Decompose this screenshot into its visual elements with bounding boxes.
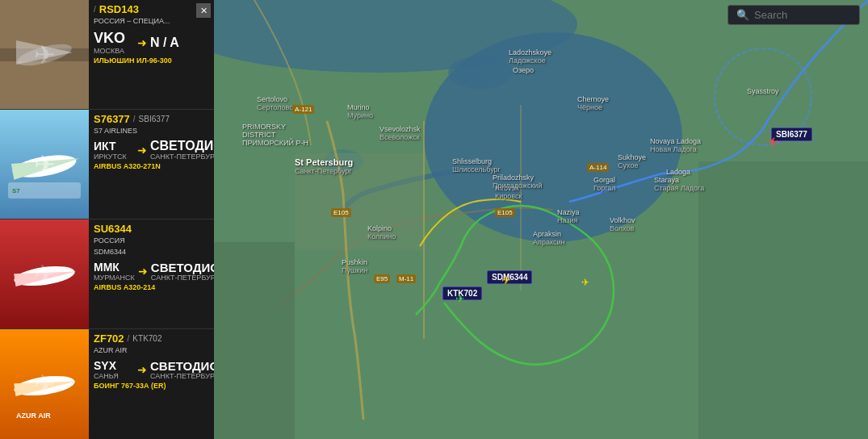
flight-number-3: SU6344 [94, 223, 132, 235]
city-label-volkhov-ru: Волхов [610, 224, 634, 232]
dest-name-2: САНКТ-ПЕТЕРБУРГ [150, 153, 214, 161]
flight-thumbnail-4: AZUR AIR [0, 329, 89, 439]
city-label-ladozhskoye: Ladozhskoye [509, 48, 551, 56]
flight-id-row-2: S76377 / SBI6377 [94, 113, 170, 125]
city-label-pushkin-ru: Пушкин [342, 266, 367, 274]
route-3: ММК МУРМАНСК ➜ СВЕТОДИОД САНКТ-ПЕТЕРБУРГ [94, 261, 214, 282]
flight-id-row-4: ZF702 / KTK702 [94, 332, 162, 345]
city-label-primorsky-ru: ПРИМОРСКИЙ Р-Н [242, 139, 308, 147]
city-label-chernoye: Chernoye [577, 95, 609, 103]
city-label-gorbal-ru: Горгал [593, 184, 616, 192]
flight-number-2: S76377 [94, 113, 130, 125]
aircraft-type-2: AIRBUS A320-271N [94, 162, 214, 170]
city-label-ladoga: Ladoga [666, 168, 690, 176]
svg-text:AZUR AIR: AZUR AIR [16, 412, 51, 420]
road-label-e105: E105 [331, 208, 351, 217]
close-button-1[interactable]: ✕ [196, 3, 211, 18]
city-label-pushkin: Pushkin [342, 258, 367, 266]
airline-name-4: AZUR AIR [94, 346, 162, 354]
city-label-gorbal: Gorgal [593, 176, 615, 184]
flight-thumbnail-2: S7 [0, 110, 89, 219]
flight-card-content-4: ✕ ZF702 / KTK702 AZUR AIR SYX САНЬЯ [89, 329, 214, 439]
dest-code-3: СВЕТОДИОД [151, 261, 214, 274]
city-label-sertolovo: Sertolovo [257, 95, 287, 103]
city-label-primorsky: PRIMORSKY [242, 123, 286, 131]
main-container: ✕ / RSD143 РОССИЯ – СПЕЦИА... VKO МОСКВА [0, 0, 868, 439]
svg-rect-9 [0, 220, 89, 329]
route-arrow-4: ➜ [137, 363, 147, 376]
search-icon: 🔍 [736, 9, 749, 21]
origin-code-1: VKO [94, 30, 134, 47]
origin-name-3: МУРМАНСК [94, 274, 135, 282]
city-label-staraya-ladoga: Staraya [654, 176, 679, 184]
svg-rect-22 [698, 161, 868, 439]
callsign-4: KTK702 [132, 334, 161, 343]
svg-text:S7: S7 [12, 187, 20, 194]
city-label-volkhov: Volkhov [610, 216, 635, 224]
svg-point-19 [448, 56, 513, 89]
search-input[interactable] [754, 9, 851, 21]
city-label-stpetersburg-ru: Санкт-Петербург [295, 167, 352, 175]
city-label-sukhoye-ru: Сухое [618, 161, 638, 169]
plane-marker-sdm6344: ✈ [501, 274, 511, 286]
flight-id-row-3: SU6344 [94, 223, 132, 235]
city-label-chernoye-ru: Чёрное [577, 103, 602, 111]
origin-name-4: САНЬЯ [94, 372, 134, 380]
city-label-ozero: Озеро [513, 66, 534, 74]
city-label-staraya-ladoga-ru: Старая Ладога [654, 184, 704, 192]
city-label-shlisselburg: Shlisselburg [452, 157, 492, 165]
map-svg [214, 0, 868, 439]
flight-card-content-2: ✕ S76377 / SBI6377 S7 AIRLINES ИКТ И [89, 110, 214, 219]
city-label-ladozhskoye-ru: Ладожское [509, 56, 546, 65]
city-label-sukhoye: Sukhoye [618, 153, 646, 161]
flight-card-4[interactable]: AZUR AIR ✕ ZF702 / KTK702 AZUR AIR [0, 329, 214, 439]
city-label-vsevolozhsk: Vsevolozhsk [379, 125, 421, 133]
flight-thumbnail-3 [0, 220, 89, 328]
city-label-apraksin: Apraksin [533, 230, 561, 238]
city-label-murino-ru: Мурино [347, 111, 373, 119]
plane-marker-extra: ✈ [581, 277, 589, 288]
flight-list-panel: ✕ / RSD143 РОССИЯ – СПЕЦИА... VKO МОСКВА [0, 0, 214, 439]
city-label-novaladoga: Novaya Ladoga [650, 137, 701, 145]
dest-code-2: СВЕТОДИОД [150, 140, 214, 153]
origin-code-2: ИКТ [94, 140, 134, 153]
origin-code-4: SYX [94, 359, 134, 372]
flight-card-2[interactable]: S7 ✕ S76377 / SBI6377 S7 AIRLINES [0, 110, 214, 220]
flight-card-content-3: ✕ SU6344 РОССИЯ SDM6344 ММК МУРМАНСК [89, 220, 214, 328]
city-label-naziya-ru: Назия [557, 216, 577, 224]
callsign-2: SBI6377 [139, 115, 170, 123]
road-label-a114: A-114 [587, 163, 609, 172]
dest-name-4: САНКТ-ПЕТЕРБУРГ [150, 372, 214, 380]
map-area[interactable]: St Petersburg Санкт-Петербург Vsevolozhs… [214, 0, 868, 439]
city-label-syas: Syasstroy [747, 87, 779, 95]
flight-thumbnail-1 [0, 0, 89, 109]
svg-rect-1 [0, 48, 89, 61]
city-label-kirovsk-ru: Кировск [495, 192, 522, 200]
origin-name-1: МОСКВА [94, 47, 134, 55]
city-label-novaladoga-ru: Новая Ладога [650, 145, 697, 153]
city-label-stpetersburg: St Petersburg [295, 157, 353, 167]
origin-code-3: ММК [94, 261, 135, 274]
search-bar[interactable]: 🔍 [728, 5, 860, 25]
flight-card-content-1: ✕ / RSD143 РОССИЯ – СПЕЦИА... VKO МОСКВА [89, 0, 214, 109]
route-1: VKO МОСКВА ➜ N / A [94, 30, 209, 55]
city-label-apraksin-ru: Апраксин [533, 238, 564, 246]
city-label-murino: Murino [347, 103, 370, 111]
road-label-a121: A-121 [292, 105, 314, 114]
flight-number-1: RSD143 [99, 3, 139, 15]
route-arrow-1: ➜ [137, 36, 147, 49]
road-label-e95: E95 [374, 274, 390, 283]
flight-id-row-1: / RSD143 [94, 3, 170, 15]
flight-card-3[interactable]: ✕ SU6344 РОССИЯ SDM6344 ММК МУРМАНСК [0, 220, 214, 329]
plane-marker-ktk702: ✈ [455, 292, 465, 305]
dest-name-3: САНКТ-ПЕТЕРБУРГ [151, 274, 214, 282]
svg-rect-21 [214, 242, 295, 439]
dest-code-4: СВЕТОДИОД [150, 360, 214, 372]
airline-name-2: S7 AIRLINES [94, 127, 170, 135]
city-label-kolpino-ru: Колпино [367, 232, 396, 240]
road-label-e105-2: E105 [495, 208, 515, 217]
flight-card-1[interactable]: ✕ / RSD143 РОССИЯ – СПЕЦИА... VKO МОСКВА [0, 0, 214, 110]
aircraft-type-3: AIRBUS A320-214 [94, 283, 214, 291]
flight-number-4: ZF702 [94, 332, 124, 345]
origin-name-2: ИРКУТСК [94, 153, 134, 161]
